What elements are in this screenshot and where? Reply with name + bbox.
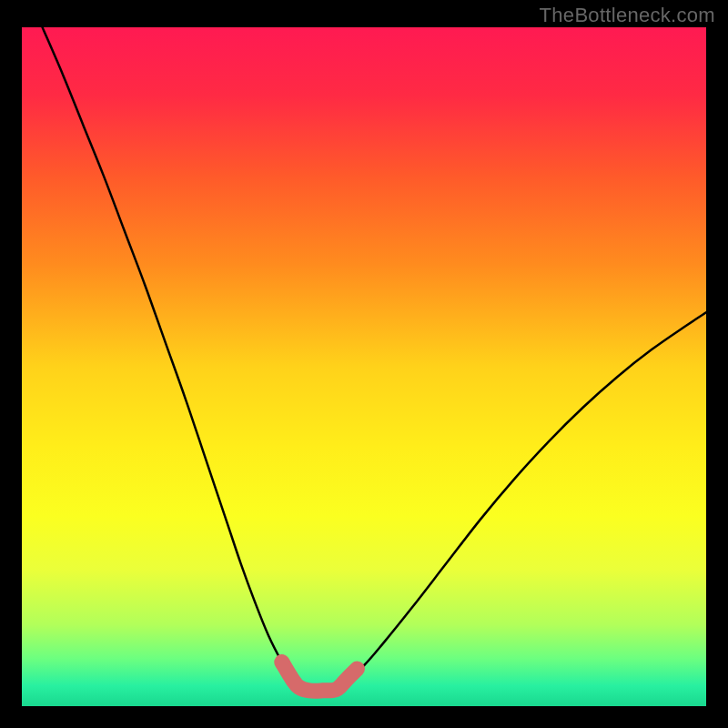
- bottleneck-curve-chart: [22, 27, 706, 706]
- watermark-label: TheBottleneck.com: [540, 4, 715, 27]
- heat-gradient-background: [22, 27, 706, 706]
- chart-root: TheBottleneck.com: [0, 0, 728, 728]
- plot-area: [22, 27, 706, 706]
